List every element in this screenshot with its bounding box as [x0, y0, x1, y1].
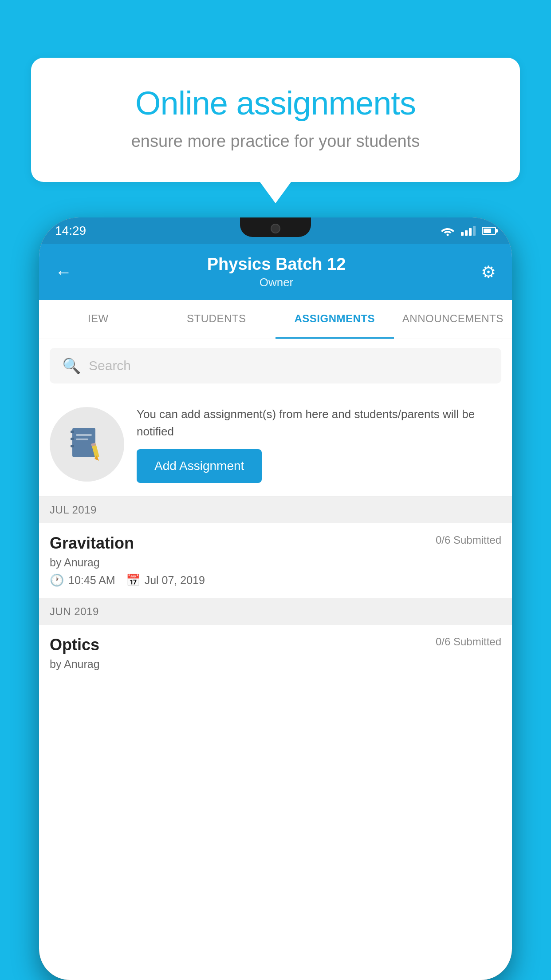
month-header-jul: JUL 2019	[39, 497, 512, 523]
back-button[interactable]: ←	[55, 263, 72, 282]
search-bar-container: 🔍 Search	[39, 339, 512, 392]
optics-top-row: Optics 0/6 Submitted	[50, 636, 501, 654]
optics-by: by Anurag	[50, 658, 501, 671]
signal-icon	[461, 226, 476, 236]
phone-screen: 14:29	[39, 217, 512, 980]
phone-frame: 14:29	[39, 217, 512, 980]
tab-students[interactable]: STUDENTS	[157, 300, 276, 339]
search-bar[interactable]: 🔍 Search	[50, 348, 501, 383]
bubble-title: Online assignments	[62, 84, 489, 122]
assignment-date: Jul 07, 2019	[145, 574, 205, 587]
wifi-icon	[441, 225, 455, 236]
screen-content: 14:29	[39, 217, 512, 980]
promo-section: You can add assignment(s) from here and …	[39, 392, 512, 497]
promo-description: You can add assignment(s) from here and …	[137, 406, 501, 440]
camera-dot	[271, 224, 280, 233]
app-header: ← Physics Batch 12 Owner ⚙	[39, 244, 512, 300]
settings-button[interactable]: ⚙	[481, 262, 496, 282]
search-icon: 🔍	[62, 357, 81, 375]
svg-rect-3	[71, 438, 74, 440]
svg-point-0	[447, 234, 449, 236]
tab-announcements[interactable]: ANNOUNCEMENTS	[394, 300, 512, 339]
status-time: 14:29	[55, 224, 86, 238]
assignment-item-optics[interactable]: Optics 0/6 Submitted by Anurag	[39, 625, 512, 686]
promo-bubble: Online assignments ensure more practice …	[31, 58, 520, 182]
notebook-icon	[67, 424, 107, 464]
header-center: Physics Batch 12 Owner	[207, 255, 346, 289]
promo-text-block: You can add assignment(s) from here and …	[137, 406, 501, 483]
status-icons	[441, 225, 496, 236]
assignment-icon-circle	[50, 407, 124, 482]
calendar-icon: 📅	[126, 573, 140, 587]
battery-icon	[482, 227, 496, 235]
assignment-item-gravitation[interactable]: Gravitation 0/6 Submitted by Anurag 🕐 10…	[39, 523, 512, 598]
tab-assignments[interactable]: ASSIGNMENTS	[276, 300, 394, 339]
add-assignment-button[interactable]: Add Assignment	[137, 449, 262, 483]
assignment-by: by Anurag	[50, 556, 501, 569]
assignment-title: Gravitation	[50, 534, 134, 553]
svg-rect-4	[71, 445, 74, 447]
batch-title: Physics Batch 12	[207, 255, 346, 274]
optics-title: Optics	[50, 636, 99, 654]
month-header-jun: JUN 2019	[39, 598, 512, 625]
tabs-bar: IEW STUDENTS ASSIGNMENTS ANNOUNCEMENTS	[39, 300, 512, 339]
bubble-subtitle: ensure more practice for your students	[62, 132, 489, 151]
svg-rect-1	[72, 428, 95, 457]
assignment-time: 10:45 AM	[68, 574, 115, 587]
svg-rect-6	[76, 439, 88, 440]
phone-notch	[240, 217, 311, 237]
assignment-meta: 🕐 10:45 AM 📅 Jul 07, 2019	[50, 573, 501, 587]
clock-icon: 🕐	[50, 573, 64, 587]
svg-rect-5	[76, 434, 92, 436]
assignment-top-row: Gravitation 0/6 Submitted	[50, 534, 501, 553]
time-meta: 🕐 10:45 AM	[50, 573, 115, 587]
bubble-box: Online assignments ensure more practice …	[31, 58, 520, 182]
batch-role: Owner	[207, 276, 346, 289]
svg-rect-2	[71, 431, 74, 433]
tab-overview[interactable]: IEW	[39, 300, 157, 339]
date-meta: 📅 Jul 07, 2019	[126, 573, 205, 587]
assignment-submitted: 0/6 Submitted	[436, 534, 501, 546]
search-placeholder-text: Search	[89, 358, 131, 373]
optics-submitted: 0/6 Submitted	[436, 636, 501, 648]
